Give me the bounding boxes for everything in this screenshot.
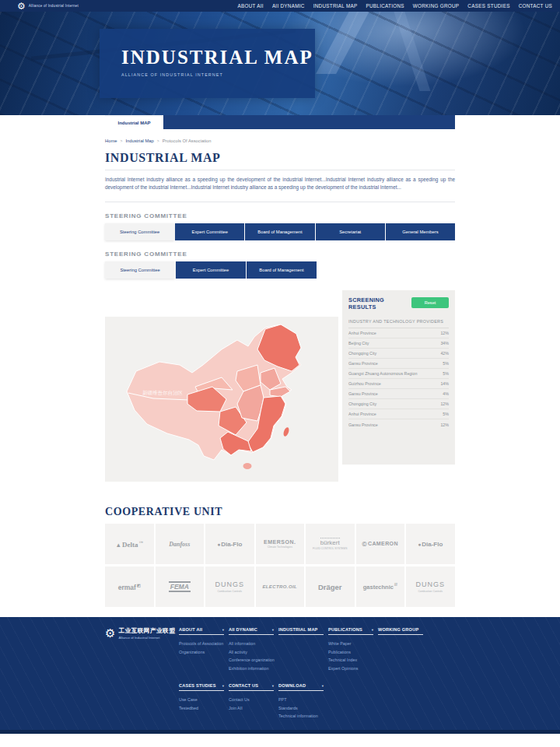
footer-link-exhibition-information[interactable]: Exhibition information <box>229 665 274 673</box>
breadcrumb-protocols-of-association: Protocols Of Association <box>163 139 212 143</box>
screening-row[interactable]: Gansu Province12% <box>348 419 449 430</box>
logo-text: ⒸCAMERON <box>362 541 398 548</box>
footer-col-label: CONTACT US <box>229 683 258 688</box>
footer-link-organizations[interactable]: Organizations <box>179 648 224 657</box>
footer-link-expert-opinions[interactable]: Expert Opinions <box>328 665 373 673</box>
logo-wordmark: CAMERON <box>368 541 398 546</box>
footer-link-all-activity[interactable]: All activity <box>229 648 274 657</box>
tab-board-of-management[interactable]: Board of Management <box>247 261 317 279</box>
footer-col-header-contact-us[interactable]: CONTACT US▾ <box>229 683 274 691</box>
partner-logo-dungs[interactable]: DUNGSCombustion Controls <box>205 566 254 607</box>
partner-logo-diaflo[interactable]: ●Dia-Flo <box>205 524 254 564</box>
footer-col-header-download[interactable]: DOWNLOAD▾ <box>278 683 324 691</box>
footer-link-all-information[interactable]: All information <box>229 640 274 648</box>
partner-logo-cameron[interactable]: ⒸCAMERON <box>356 524 405 564</box>
breadcrumb-home[interactable]: Home <box>105 139 117 143</box>
nav-item-about-aii[interactable]: ABOUT AII <box>237 3 263 9</box>
footer-col-header-aii-dynamic[interactable]: AII DYNAMIC▾ <box>229 627 274 635</box>
tab-secretariat[interactable]: Secretariat <box>316 223 385 240</box>
reset-button[interactable]: Reset <box>411 297 449 308</box>
tab-board-of-management[interactable]: Board of Management <box>245 223 314 240</box>
screening-row[interactable]: Guangxi Zhuang Autonomous Region5% <box>348 369 449 379</box>
footer-link-use-case[interactable]: Use Case <box>179 696 224 704</box>
footer-col-links: Use CaseTestedbed <box>179 696 224 712</box>
tab-steering-committee[interactable]: Steering Committee <box>105 223 174 240</box>
partner-logo-gastechnic[interactable]: gastechnic/// <box>356 566 405 607</box>
footer-link-testedbed[interactable]: Testedbed <box>179 704 224 713</box>
footer-col-links: All informationAll activityConference or… <box>229 640 274 672</box>
partner-logo-danfoss[interactable]: Danfoss <box>156 524 205 564</box>
screening-subtitle: INDUSTRY AND TECHNOLOGY PROVIDERS <box>348 319 449 328</box>
footer-col-header-publications[interactable]: PUBLICATIONS▾ <box>328 627 373 635</box>
footer-col-header-about-aii[interactable]: ABOUT AII▾ <box>179 627 224 635</box>
footer-link-join-aii[interactable]: Join AII <box>229 704 274 713</box>
tab-industrial-map[interactable]: Industrial MAP <box>105 115 163 129</box>
logo-grid-row: ▲Delta™Danfoss●Dia-FloEMERSON.Climate Te… <box>105 524 455 564</box>
partner-logo-ermaf[interactable]: ermaf◩ <box>105 566 154 607</box>
footer-link-technical-information[interactable]: Technical information <box>278 712 324 721</box>
partner-logo-emerson[interactable]: EMERSON.Climate Technologies <box>256 524 305 564</box>
footer-col-links: White PaperPublicationsTechnical IndexEx… <box>328 640 373 672</box>
tab-general-members[interactable]: General Members <box>386 223 455 240</box>
screening-row[interactable]: Gansu Province4% <box>348 389 449 399</box>
footer-logo[interactable]: ⚙ 工业互联网产业联盟 Alliance of Industrial Inter… <box>105 627 179 672</box>
footer-col-links: PPTStandardsTechnical information <box>278 696 324 721</box>
footer-link-technical-index[interactable]: Technical Index <box>328 656 373 665</box>
screening-row-name: Guizhou Province <box>348 381 381 386</box>
partner-logo-diaflo[interactable]: ●Dia-Flo <box>406 524 455 564</box>
partner-logo-fema[interactable]: FEMA <box>156 566 205 607</box>
hero-photo-beam <box>390 12 431 91</box>
footer-col-header-working-group[interactable]: WORKING GROUP <box>378 627 423 635</box>
nav-item-cases-studies[interactable]: CASES STUDIES <box>467 3 509 9</box>
partner-logo-burkert[interactable]: bürkertFLUID CONTROL SYSTEMS <box>306 524 355 564</box>
partner-logo-draeger[interactable]: Dräger <box>306 566 355 607</box>
footer-col-contact-us: CONTACT US▾Contact UsJoin AII <box>229 683 274 721</box>
footer-columns-row: ABOUT AII▾Protocols of AssociationOrgani… <box>179 627 423 672</box>
footer-link-ppt[interactable]: PPT <box>278 696 324 704</box>
tab-steering-committee[interactable]: Steering Committee <box>105 261 175 279</box>
footer-col-links: Protocols of AssociationOrganizations <box>179 640 224 656</box>
site-logo[interactable]: ⚙ Alliance of Industrial Internet <box>17 2 79 11</box>
screening-row[interactable]: Chongqing City12% <box>348 399 449 409</box>
china-choropleth-map[interactable]: 新疆维吾尔自治区 <box>105 317 338 482</box>
partner-logo-delta[interactable]: ▲Delta™ <box>105 524 154 564</box>
screening-row-name: Anhui Province <box>348 412 376 416</box>
footer-col-label: DOWNLOAD <box>278 683 306 688</box>
divider <box>105 202 455 202</box>
screening-row[interactable]: Beijing City34% <box>348 338 449 349</box>
logo-glyph-icon: ● <box>418 542 421 547</box>
screening-row[interactable]: Gansu Province5% <box>348 359 449 369</box>
nav-item-aii-dynamic[interactable]: AII DYNAMIC <box>272 3 305 9</box>
tab-expert-committee[interactable]: Expert Committee <box>176 261 246 279</box>
screening-row-name: Beijing City <box>348 341 369 345</box>
screening-row[interactable]: Anhui Province5% <box>348 409 449 419</box>
footer-link-contact-us[interactable]: Contact Us <box>229 696 274 704</box>
logo-glyph-icon: ● <box>217 542 220 547</box>
partner-logo-dungs[interactable]: DUNGSCombustion Controls <box>406 566 455 607</box>
footer-col-header-cases-studies[interactable]: CASES STUDIES▾ <box>179 683 224 691</box>
footer-col-label: PUBLICATIONS <box>328 627 362 632</box>
nav-item-publications[interactable]: PUBLICATIONS <box>366 3 404 9</box>
breadcrumb-industrial-map[interactable]: Industrial Map <box>125 139 153 143</box>
footer-link-protocols-of-association[interactable]: Protocols of Association <box>179 640 224 648</box>
partner-logo-electrooil[interactable]: ELECTRO.OIL <box>256 566 305 607</box>
nav-item-working-group[interactable]: WORKING GROUP <box>413 3 460 9</box>
tab-expert-committee[interactable]: Expert Committee <box>175 223 244 240</box>
footer-link-standards[interactable]: Standards <box>278 704 324 713</box>
footer-col-header-industrial-map[interactable]: INDUSTRIAL MAP <box>278 627 324 635</box>
nav-item-contact-us[interactable]: CONTACT US <box>519 3 552 9</box>
screening-row[interactable]: Guizhou Province14% <box>348 379 449 389</box>
footer-col-cases-studies: CASES STUDIES▾Use CaseTestedbed <box>179 683 224 721</box>
chevron-down-icon: ▾ <box>222 684 224 688</box>
footer-link-publications[interactable]: Publications <box>328 648 373 657</box>
chevron-down-icon: ▾ <box>372 628 373 632</box>
screening-row-value: 12% <box>440 423 449 427</box>
screening-row[interactable]: Anhui Province12% <box>348 328 449 338</box>
screening-row[interactable]: Chongqing City42% <box>348 349 449 359</box>
nav-item-industrial-map[interactable]: INDUSTRIAL MAP <box>313 3 358 9</box>
footer-link-conference-organization[interactable]: Conference organization <box>229 656 274 665</box>
map-region-label: 新疆维吾尔自治区 <box>142 390 184 396</box>
tabstrip-bar <box>163 115 455 129</box>
footer-link-white-paper[interactable]: White Paper <box>328 640 373 648</box>
logo-text: gastechnic/// <box>363 583 397 591</box>
